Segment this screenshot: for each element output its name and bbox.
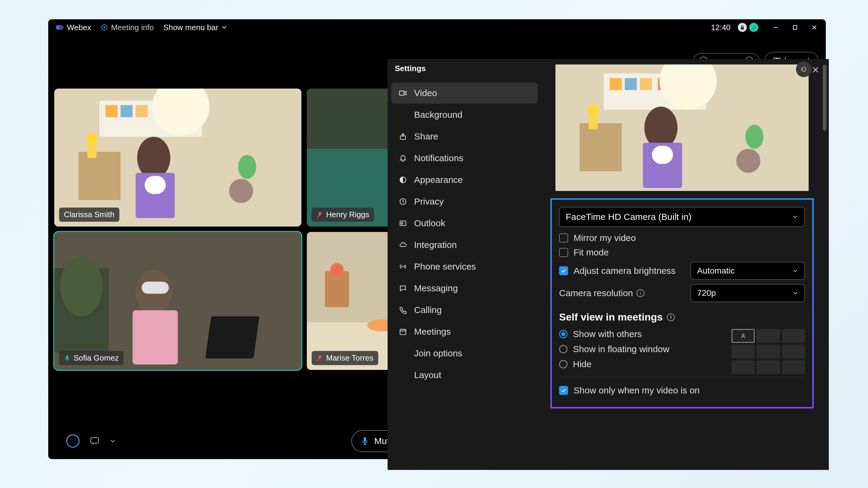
info-icon[interactable]: i (667, 313, 675, 321)
sidebar-item-share[interactable]: Share (391, 126, 538, 147)
webex-logo: Webex (56, 23, 91, 32)
sidebar-item-appearance[interactable]: Appearance (391, 169, 538, 190)
bell-icon (398, 154, 407, 163)
chevron-down-icon (792, 268, 798, 274)
show-only-when-on-label: Show only when my video is on (574, 385, 700, 395)
svg-rect-4 (741, 27, 744, 30)
svg-point-48 (330, 263, 344, 276)
checkbox-checked[interactable] (559, 386, 568, 395)
checkbox-unchecked[interactable] (559, 233, 568, 242)
sidebar-label: Appearance (414, 175, 463, 185)
participant-tile[interactable]: Sofia Gomez (54, 232, 301, 370)
radio-checked[interactable] (559, 330, 567, 338)
info-icon[interactable]: i (637, 289, 644, 297)
sidebar-label: Privacy (414, 196, 444, 207)
radio-label: Show in floating window (573, 344, 670, 354)
sidebar-item-integration[interactable]: Integration (391, 234, 538, 255)
muted-mic-icon (316, 212, 323, 218)
reactions-button[interactable] (66, 434, 80, 448)
svg-rect-61 (400, 329, 406, 334)
network-badge-icon[interactable] (749, 23, 758, 32)
sidebar-item-video[interactable]: Video (391, 83, 538, 104)
show-menu-bar-label: Show menu bar (163, 23, 218, 32)
svg-point-24 (137, 137, 170, 179)
sidebar-item-phone-services[interactable]: Phone services (391, 256, 538, 277)
checkbox-checked[interactable] (559, 266, 568, 275)
chevron-down-icon (792, 290, 798, 296)
show-only-when-on-checkbox-row[interactable]: Show only when my video is on (559, 385, 805, 395)
svg-point-1 (59, 25, 64, 30)
self-view-section-title: Self view in meetings i (559, 311, 805, 323)
lock-badge-icon[interactable] (738, 23, 747, 32)
svg-rect-67 (610, 78, 622, 90)
chat-button[interactable] (88, 434, 101, 448)
svg-point-31 (238, 155, 256, 179)
svg-rect-68 (625, 78, 637, 90)
participant-tile[interactable]: Clarissa Smith (54, 89, 301, 227)
preview-rotate-button[interactable] (796, 61, 812, 77)
svg-point-60 (402, 266, 403, 267)
sidebar-label: Notifications (414, 153, 463, 163)
sidebar-item-background[interactable]: Background (391, 104, 538, 125)
maximize-button[interactable] (791, 23, 799, 32)
self-view-position-cell[interactable] (756, 360, 780, 374)
video-settings-group: FaceTime HD Camera (Built in) Mirror my … (550, 198, 814, 409)
svg-rect-19 (121, 105, 133, 117)
sidebar-item-meetings[interactable]: Meetings (391, 321, 538, 342)
svg-rect-50 (91, 438, 98, 443)
brightness-mode-select[interactable]: Automatic (690, 262, 805, 280)
self-view-position-cell[interactable] (732, 345, 755, 358)
sidebar-item-notifications[interactable]: Notifications (391, 148, 538, 169)
minimize-button[interactable] (772, 23, 780, 32)
svg-point-59 (401, 222, 403, 224)
svg-rect-9 (793, 26, 797, 29)
sidebar-item-join-options[interactable]: Join options (391, 343, 538, 364)
self-view-position-cell[interactable] (732, 329, 755, 343)
participant-name: Sofia Gomez (73, 353, 119, 363)
self-view-position-cell[interactable] (782, 345, 805, 358)
sidebar-item-privacy[interactable]: Privacy (391, 191, 538, 212)
self-view-position-cell[interactable] (782, 329, 805, 343)
sidebar-label: Layout (414, 370, 441, 380)
show-menu-bar-button[interactable]: Show menu bar (163, 23, 227, 32)
sidebar-item-messaging[interactable]: Messaging (391, 278, 538, 299)
sidebar-label: Video (414, 88, 437, 98)
privacy-icon (398, 197, 407, 206)
fit-mode-checkbox-row[interactable]: Fit mode (559, 247, 805, 258)
sidebar-item-layout[interactable]: Layout (391, 364, 538, 386)
self-view-position-cell[interactable] (732, 360, 755, 374)
sidebar-item-outlook[interactable]: Outlook (391, 213, 538, 234)
settings-panel: Settings Video Background Share Notifica… (388, 59, 829, 470)
svg-point-80 (745, 125, 764, 149)
active-mic-icon (64, 355, 70, 361)
chevron-down-icon (792, 214, 798, 220)
svg-rect-5 (752, 28, 753, 29)
participant-nametag: Marise Torres (312, 351, 378, 365)
mirror-video-checkbox-row[interactable]: Mirror my video (559, 233, 805, 243)
sidebar-item-calling[interactable]: Calling (391, 299, 538, 321)
meeting-info-button[interactable]: Meeting info (101, 23, 154, 32)
divider (559, 377, 805, 378)
self-view-position-cell[interactable] (756, 329, 780, 343)
chevron-down-icon[interactable] (110, 438, 116, 444)
svg-rect-42 (205, 316, 259, 358)
checkbox-unchecked[interactable] (559, 248, 568, 257)
close-window-button[interactable] (810, 23, 818, 32)
settings-content: FaceTime HD Camera (Built in) Mirror my … (541, 59, 829, 470)
radio-label: Hide (573, 359, 592, 369)
camera-resolution-select[interactable]: 720p (690, 284, 805, 302)
participant-name: Clarissa Smith (64, 210, 115, 219)
participant-name: Marise Torres (326, 353, 373, 363)
svg-rect-40 (142, 282, 169, 294)
adjust-brightness-checkbox-row[interactable]: Adjust camera brightness (559, 266, 676, 276)
titlebar: Webex Meeting info Show menu bar 12:40 (48, 19, 826, 36)
camera-select[interactable]: FaceTime HD Camera (Built in) (559, 207, 805, 227)
adjust-brightness-label: Adjust camera brightness (574, 266, 676, 276)
scrollbar[interactable] (823, 64, 827, 131)
clock-time: 12:40 (711, 23, 731, 32)
radio-unchecked[interactable] (559, 345, 567, 353)
self-view-position-cell[interactable] (756, 345, 780, 358)
radio-unchecked[interactable] (559, 360, 567, 368)
person-icon (740, 333, 746, 339)
self-view-position-cell[interactable] (782, 360, 805, 374)
